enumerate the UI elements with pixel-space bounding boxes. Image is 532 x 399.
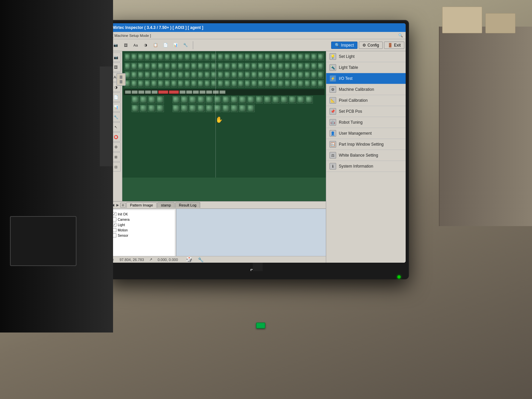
pcb-comp [258, 63, 264, 70]
pcb-comp [231, 96, 238, 103]
menu-item-system-info[interactable]: ℹSystem Information [326, 161, 406, 172]
pcb-row-1 [124, 53, 324, 61]
light-table-icon: 🔦 [330, 64, 336, 71]
pcb-comp [131, 71, 137, 79]
menu-item-set-pcb-pos[interactable]: 📌Set PCB Pos [326, 106, 406, 117]
pcb-comp [145, 54, 150, 61]
pcb-comp [222, 105, 230, 112]
checklist-panel: ✓ Init OK Camera ✓ Light [111, 210, 175, 261]
pcb-comp [158, 71, 164, 79]
scroll-right-icon[interactable]: ▶ [116, 203, 120, 207]
pcb-comp [278, 63, 284, 70]
pcb-comp [265, 71, 270, 79]
monitor-bezel: Mirtec Inspector ( 3.4.3 / 7.50+ ) [ AOI… [110, 23, 406, 263]
pcb-comp [191, 80, 197, 87]
tab-result-log[interactable]: Result Log [175, 202, 200, 208]
tool-icon: 🔧 [198, 257, 203, 262]
menu-item-part-insp-window[interactable]: 🪟Part Insp Window Setting [326, 139, 406, 150]
exit-button[interactable]: 🚪 Exit [384, 42, 404, 49]
pcb-comp [231, 71, 237, 79]
pcb-comp [247, 105, 255, 112]
pcb-comp [125, 54, 130, 61]
menu-item-white-balance[interactable]: ⚖White Balance Setting [326, 150, 406, 161]
toolbar-icon-8[interactable]: 🔧 [181, 41, 190, 50]
pcb-area[interactable]: // Will be generated inline [122, 51, 326, 178]
white-balance-label: White Balance Setting [339, 153, 378, 158]
toolbar-icon-2[interactable]: 🖼 [121, 41, 130, 50]
menu-item-robot-tuning[interactable]: 🤖Robot Tuning [326, 117, 406, 128]
pcb-comp [165, 63, 170, 70]
pcb-comp [238, 80, 244, 87]
mode-label: [ Machine Setup Mode ] [112, 34, 151, 38]
green-button[interactable] [256, 323, 265, 329]
system-info-icon: ℹ [330, 163, 336, 170]
pcb-comp [285, 80, 290, 87]
menu-item-user-management[interactable]: 👤User Management [326, 128, 406, 139]
white-balance-icon: ⚖ [330, 152, 336, 159]
pcb-comp [311, 80, 317, 87]
toolbar-icon-3[interactable]: Aa [131, 41, 140, 50]
pcb-comp [318, 63, 324, 70]
pcb-comp [238, 71, 244, 79]
pcb-comp [189, 105, 197, 112]
pcb-comp [211, 71, 217, 79]
menu-item-set-light[interactable]: 💡Set Light [326, 51, 406, 62]
toolbar-icon-7[interactable]: 📊 [171, 41, 180, 50]
toolbar-icon-4[interactable]: ◑ [141, 41, 150, 50]
pcb-comp [224, 71, 230, 79]
menu-item-io-test[interactable]: ⚡I/O Test [326, 73, 406, 84]
pcb-comp [222, 96, 230, 103]
pixel-calibration-label: Pixel Calibration [339, 98, 368, 103]
pcb-comp [318, 54, 324, 61]
title-bar: Mirtec Inspector ( 3.4.3 / 7.50+ ) [ AOI… [110, 23, 406, 32]
pcb-comp [158, 63, 164, 70]
pcb-comp [258, 54, 264, 61]
pcb-comp [265, 63, 270, 70]
checklist-item-5: Sensor [112, 233, 173, 238]
pcb-comp [178, 54, 184, 61]
pcb-comp [285, 63, 290, 70]
right-toolbar-buttons: 🔍 Inspect ⚙ Config 🚪 Exit [331, 42, 404, 49]
mode-icon: 🔍 [398, 33, 403, 38]
coordinates-2: 0.000, 0.000 [158, 258, 178, 262]
menu-item-machine-calibration[interactable]: ⚙Machine Calibration [326, 84, 406, 95]
tab-stamp[interactable]: stamp [157, 202, 175, 208]
pcb-comp [148, 96, 156, 103]
pcb-comp [171, 63, 177, 70]
shelf-unit [439, 27, 532, 226]
pcb-comp [185, 63, 190, 70]
pcb-comp [198, 105, 205, 112]
pcb-comp [291, 71, 297, 79]
pcb-comp [258, 80, 264, 87]
pcb-comp [281, 96, 288, 103]
inspect-button[interactable]: 🔍 Inspect [331, 42, 358, 49]
pcb-comp [298, 54, 304, 61]
pcb-comp [198, 54, 203, 61]
pcb-comp [165, 80, 170, 87]
menu-items: 💡Set Light🔦Light Table⚡I/O Test⚙Machine … [326, 51, 406, 172]
pcb-comp [239, 105, 246, 112]
machine-calibration-label: Machine Calibration [339, 87, 374, 92]
pcb-row-4 [124, 80, 324, 88]
menu-item-light-table[interactable]: 🔦Light Table [326, 62, 406, 73]
pcb-comp [291, 54, 297, 61]
pcb-comp [278, 80, 284, 87]
tab-pattern-image[interactable]: Pattern Image [126, 202, 157, 208]
monitor-stand [238, 263, 278, 279]
pcb-comp [311, 71, 317, 79]
toolbar-icon-5[interactable]: 📋 [151, 41, 160, 50]
pcb-comp [145, 63, 150, 70]
menu-item-pixel-calibration[interactable]: 📐Pixel Calibration [326, 95, 406, 106]
config-icon: ⚙ [362, 43, 366, 48]
pcb-comp [305, 71, 310, 79]
part-insp-window-icon: 🪟 [330, 141, 336, 148]
toolbar-icon-6[interactable]: 📄 [161, 41, 170, 50]
pcb-comp [151, 71, 157, 79]
io-test-label: I/O Test [339, 76, 352, 81]
pcb-comp [224, 54, 230, 61]
pcb-comp [218, 80, 223, 87]
config-button[interactable]: ⚙ Config [359, 42, 383, 49]
pcb-comp [291, 63, 297, 70]
expand-icon[interactable]: ⊞ [120, 203, 126, 207]
pcb-comp [271, 71, 277, 79]
